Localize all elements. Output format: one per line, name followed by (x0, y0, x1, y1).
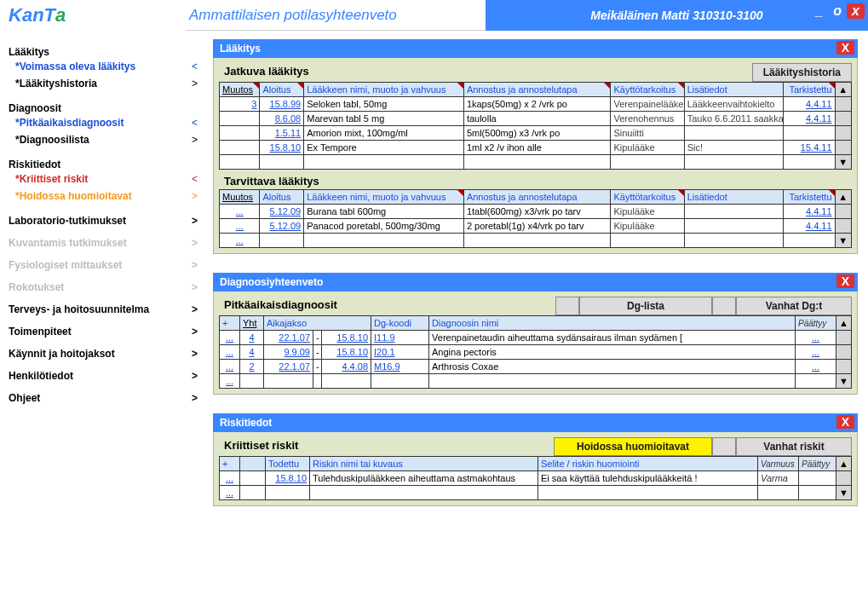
link[interactable]: 9.9.09 (284, 347, 310, 357)
sidebar-heading[interactable]: Kuvantamis tutkimukset> (9, 237, 206, 249)
col-plus[interactable]: + (220, 457, 240, 471)
col-tarkistettu[interactable]: Tarkistettu (784, 83, 835, 97)
sidebar-heading[interactable]: Terveys- ja hoitosuunnitelma> (9, 303, 206, 315)
link[interactable]: 3 (251, 99, 256, 109)
scroll-down-button[interactable]: ▼ (835, 234, 851, 248)
link[interactable]: I20.1 (374, 347, 394, 357)
link[interactable]: ... (812, 332, 819, 343)
scroll-up-button[interactable]: ▲ (835, 83, 851, 97)
sidebar-heading[interactable]: Ohjeet> (9, 392, 206, 404)
sidebar-heading[interactable]: Toimenpiteet> (9, 326, 206, 338)
link[interactable]: 4.4.11 (806, 99, 832, 109)
table-row[interactable]: 15.8.10Ex Tempore1ml x2 /v ihon alleKipu… (220, 141, 852, 155)
col-aloitus[interactable]: Aloitus (260, 190, 304, 205)
link[interactable]: M16.9 (374, 361, 400, 372)
sidebar-heading[interactable]: Rokotukset> (9, 281, 206, 293)
col-muutos[interactable]: Muutos (220, 190, 260, 205)
link[interactable]: 5.12.09 (270, 221, 302, 231)
risk-care-tab[interactable]: Hoidossa huomioitavat (554, 437, 712, 456)
table-row[interactable]: 8.6.08Marevan tabl 5 mgtaulollaVerenohen… (220, 112, 852, 126)
table-row[interactable]: ...▼ (220, 486, 852, 500)
table-row[interactable]: ...222.1.07-4.4.08M16.9Arthrosis Coxae..… (220, 360, 852, 374)
link[interactable]: 15.4.11 (801, 142, 832, 153)
link[interactable]: ... (226, 488, 233, 498)
link[interactable]: ... (812, 361, 819, 372)
table-row[interactable]: ...▼ (220, 234, 852, 248)
col-nimi[interactable]: Lääkkeen nimi, muoto ja vahvuus (304, 190, 464, 205)
link[interactable]: 4.4.11 (806, 221, 832, 231)
table-row[interactable]: ...49.9.09-15.8.10I20.1Angina pectoris..… (220, 345, 852, 360)
sidebar-item[interactable]: *Pitkäaikaisdiagnoosit< (9, 114, 206, 131)
meds-panel-close-button[interactable]: X (836, 41, 854, 55)
col-nimi[interactable]: Riskin nimi tai kuvaus (310, 457, 538, 471)
sidebar-heading[interactable]: Laboratorio-tutkimukset> (9, 215, 206, 227)
col-aloitus[interactable]: Aloitus (260, 83, 304, 97)
meds-history-tab[interactable]: Lääkityshistoria (752, 63, 852, 82)
minimize-button[interactable]: _ (810, 3, 828, 19)
table-row[interactable]: 315.8.99Seloken tabl, 50mg1kaps(50mg) x … (220, 97, 852, 112)
col-annos[interactable]: Annostus ja annostelutapa (463, 190, 611, 205)
link[interactable]: 22.1.07 (279, 361, 310, 372)
col-lisa[interactable]: Lisätiedot (684, 83, 783, 97)
col-tarkistettu[interactable]: Tarkistettu (784, 190, 835, 205)
link[interactable]: 8.6.08 (275, 113, 302, 124)
sidebar-heading[interactable]: Diagnoosit (9, 102, 206, 114)
risk-panel-close-button[interactable]: X (836, 415, 854, 429)
dg-panel-close-button[interactable]: X (836, 274, 854, 288)
link[interactable]: 15.8.10 (336, 332, 368, 343)
dg-old-tab[interactable]: Vanhat Dg:t (736, 297, 852, 315)
maximize-button[interactable]: o (828, 3, 847, 19)
col-todettu[interactable]: Todettu (266, 457, 310, 471)
link[interactable]: ... (226, 473, 233, 483)
window-close-button[interactable]: x (847, 3, 865, 19)
table-row[interactable]: 1.5.11Amorion mixt, 100mg/ml5ml(500mg) x… (220, 126, 852, 141)
link[interactable]: ... (226, 361, 233, 372)
sidebar-item[interactable]: *Hoidossa huomioitavat> (9, 188, 206, 205)
link[interactable]: 15.8.10 (270, 142, 302, 153)
link[interactable]: ... (236, 235, 244, 245)
link[interactable]: 4 (249, 347, 254, 357)
col-tark[interactable]: Käyttötarkoitus (611, 190, 684, 205)
table-row[interactable]: ...5.12.09Burana tabl 600mg1tabl(600mg) … (220, 205, 852, 219)
sidebar-item[interactable]: *Lääkityshistoria> (9, 75, 206, 92)
col-selite[interactable]: Selite / riskin huomiointi (538, 457, 758, 471)
scroll-down-button[interactable]: ▼ (836, 486, 852, 500)
sidebar-item[interactable]: *Kriittiset riskit< (9, 170, 206, 188)
link[interactable]: I11.9 (374, 332, 394, 343)
col-lisa[interactable]: Lisätiedot (684, 190, 783, 205)
col-varmuus[interactable]: Varmuus (758, 457, 799, 471)
table-row[interactable]: ...▼ (220, 374, 852, 389)
table-row[interactable]: ▼ (220, 155, 852, 170)
link[interactable]: 4.4.11 (806, 206, 832, 216)
dg-list-tab[interactable]: Dg-lista (579, 297, 712, 315)
link[interactable]: 4 (249, 332, 254, 343)
link[interactable]: 1.5.11 (275, 128, 302, 138)
link[interactable]: 15.8.99 (270, 99, 302, 109)
link[interactable]: 15.8.10 (275, 473, 307, 483)
col-plus[interactable]: + (220, 316, 240, 331)
link[interactable]: ... (226, 332, 233, 343)
link[interactable]: 22.1.07 (279, 332, 310, 343)
col-annos[interactable]: Annostus ja annostelutapa (463, 83, 611, 97)
sidebar-item[interactable]: *Diagnoosilista> (9, 131, 206, 148)
risk-old-tab[interactable]: Vanhat riskit (736, 437, 852, 456)
link[interactable]: 4.4.11 (806, 113, 832, 124)
scroll-up-button[interactable]: ▲ (836, 316, 852, 331)
sidebar-item[interactable]: *Voimassa oleva lääkitys< (9, 58, 206, 75)
table-row[interactable]: ...422.1.07-15.8.10I11.9Verenpainetaudin… (220, 331, 852, 345)
link[interactable]: ... (226, 376, 233, 386)
col-end[interactable]: Päättyy (799, 457, 836, 471)
scroll-down-button[interactable]: ▼ (835, 155, 851, 170)
link[interactable]: ... (812, 347, 819, 357)
link[interactable]: ... (236, 221, 244, 231)
sidebar-heading[interactable]: Riskitiedot (9, 159, 206, 170)
col-nimi[interactable]: Diagnoosin nimi (429, 316, 796, 331)
table-row[interactable]: ...15.8.10Tulehduskipulääkkeen aiheuttam… (220, 471, 852, 486)
col-tark[interactable]: Käyttötarkoitus (611, 83, 684, 97)
scroll-down-button[interactable]: ▼ (836, 374, 852, 389)
scroll-up-button[interactable]: ▲ (836, 457, 852, 471)
col-yht[interactable]: Yht (240, 316, 264, 331)
link[interactable]: 5.12.09 (270, 206, 302, 216)
col-nimi[interactable]: Lääkkeen nimi, muoto ja vahvuus (304, 83, 464, 97)
sidebar-heading[interactable]: Lääkitys (9, 46, 206, 58)
